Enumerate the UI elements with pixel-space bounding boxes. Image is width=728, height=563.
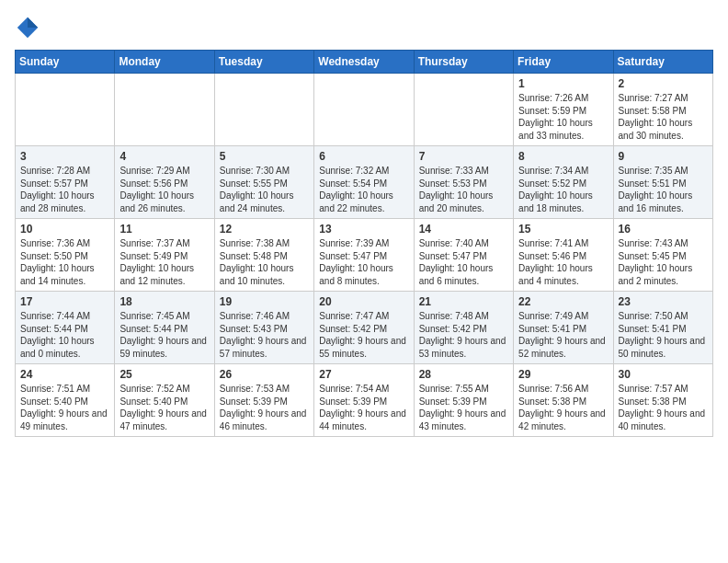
- day-number: 27: [319, 368, 408, 381]
- day-info: Sunrise: 7:54 AM Sunset: 5:39 PM Dayligh…: [319, 383, 408, 432]
- day-of-week-header: Saturday: [613, 51, 712, 74]
- calendar-week-row: 17Sunrise: 7:44 AM Sunset: 5:44 PM Dayli…: [16, 292, 713, 364]
- calendar-cell: 17Sunrise: 7:44 AM Sunset: 5:44 PM Dayli…: [16, 292, 115, 364]
- day-number: 15: [518, 223, 608, 236]
- day-info: Sunrise: 7:43 AM Sunset: 5:45 PM Dayligh…: [619, 237, 708, 287]
- calendar-cell: 15Sunrise: 7:41 AM Sunset: 5:46 PM Dayli…: [514, 219, 613, 292]
- day-number: 26: [220, 368, 309, 381]
- day-info: Sunrise: 7:28 AM Sunset: 5:57 PM Dayligh…: [20, 165, 109, 214]
- day-of-week-header: Friday: [514, 51, 613, 74]
- day-info: Sunrise: 7:32 AM Sunset: 5:54 PM Dayligh…: [319, 165, 408, 214]
- calendar-cell: 29Sunrise: 7:56 AM Sunset: 5:38 PM Dayli…: [514, 364, 613, 437]
- day-of-week-header: Monday: [115, 51, 214, 74]
- day-info: Sunrise: 7:41 AM Sunset: 5:46 PM Dayligh…: [518, 237, 608, 287]
- calendar-cell: 5Sunrise: 7:30 AM Sunset: 5:55 PM Daylig…: [214, 146, 313, 219]
- calendar-cell: 9Sunrise: 7:35 AM Sunset: 5:51 PM Daylig…: [613, 146, 712, 219]
- calendar-cell: 19Sunrise: 7:46 AM Sunset: 5:43 PM Dayli…: [214, 292, 313, 364]
- day-of-week-header: Wednesday: [314, 51, 414, 74]
- day-info: Sunrise: 7:47 AM Sunset: 5:42 PM Dayligh…: [319, 310, 408, 360]
- day-number: 4: [119, 150, 209, 163]
- calendar-week-row: 24Sunrise: 7:51 AM Sunset: 5:40 PM Dayli…: [16, 364, 713, 437]
- day-number: 14: [419, 223, 508, 236]
- calendar-cell: 16Sunrise: 7:43 AM Sunset: 5:45 PM Dayli…: [613, 219, 712, 292]
- day-info: Sunrise: 7:55 AM Sunset: 5:39 PM Dayligh…: [419, 383, 508, 432]
- calendar-table: SundayMondayTuesdayWednesdayThursdayFrid…: [15, 50, 713, 437]
- day-number: 22: [518, 295, 608, 308]
- day-number: 21: [419, 295, 508, 308]
- day-number: 6: [319, 150, 408, 163]
- days-of-week-row: SundayMondayTuesdayWednesdayThursdayFrid…: [16, 51, 713, 74]
- calendar-cell: 13Sunrise: 7:39 AM Sunset: 5:47 PM Dayli…: [314, 219, 414, 292]
- day-info: Sunrise: 7:29 AM Sunset: 5:56 PM Dayligh…: [119, 165, 209, 214]
- day-info: Sunrise: 7:49 AM Sunset: 5:41 PM Dayligh…: [518, 310, 608, 360]
- day-number: 11: [119, 223, 209, 236]
- day-number: 1: [518, 77, 608, 90]
- day-number: 29: [518, 368, 608, 381]
- day-number: 17: [20, 295, 109, 308]
- day-of-week-header: Thursday: [414, 51, 513, 74]
- calendar-cell: 6Sunrise: 7:32 AM Sunset: 5:54 PM Daylig…: [314, 146, 414, 219]
- day-info: Sunrise: 7:48 AM Sunset: 5:42 PM Dayligh…: [419, 310, 508, 360]
- calendar-cell: [214, 74, 313, 146]
- day-number: 28: [419, 368, 508, 381]
- calendar-week-row: 10Sunrise: 7:36 AM Sunset: 5:50 PM Dayli…: [16, 219, 713, 292]
- day-info: Sunrise: 7:57 AM Sunset: 5:38 PM Dayligh…: [619, 383, 708, 432]
- calendar-cell: [314, 74, 414, 146]
- day-number: 25: [119, 368, 209, 381]
- day-number: 16: [619, 223, 708, 236]
- day-number: 20: [319, 295, 408, 308]
- logo-icon: [15, 15, 40, 40]
- calendar-cell: 22Sunrise: 7:49 AM Sunset: 5:41 PM Dayli…: [514, 292, 613, 364]
- calendar-body: 1Sunrise: 7:26 AM Sunset: 5:59 PM Daylig…: [16, 74, 713, 437]
- day-info: Sunrise: 7:26 AM Sunset: 5:59 PM Dayligh…: [518, 92, 608, 142]
- calendar-cell: [414, 74, 513, 146]
- day-number: 7: [419, 150, 508, 163]
- day-number: 10: [20, 223, 109, 236]
- calendar-cell: [115, 74, 214, 146]
- calendar-cell: 8Sunrise: 7:34 AM Sunset: 5:52 PM Daylig…: [514, 146, 613, 219]
- day-number: 8: [518, 150, 608, 163]
- day-info: Sunrise: 7:36 AM Sunset: 5:50 PM Dayligh…: [20, 237, 109, 287]
- day-info: Sunrise: 7:33 AM Sunset: 5:53 PM Dayligh…: [419, 165, 508, 214]
- day-number: 9: [619, 150, 708, 163]
- calendar-cell: 11Sunrise: 7:37 AM Sunset: 5:49 PM Dayli…: [115, 219, 214, 292]
- day-info: Sunrise: 7:53 AM Sunset: 5:39 PM Dayligh…: [220, 383, 309, 432]
- day-number: 18: [119, 295, 209, 308]
- day-info: Sunrise: 7:46 AM Sunset: 5:43 PM Dayligh…: [220, 310, 309, 360]
- calendar-cell: 20Sunrise: 7:47 AM Sunset: 5:42 PM Dayli…: [314, 292, 414, 364]
- day-number: 2: [619, 77, 708, 90]
- day-info: Sunrise: 7:50 AM Sunset: 5:41 PM Dayligh…: [619, 310, 708, 360]
- calendar-week-row: 1Sunrise: 7:26 AM Sunset: 5:59 PM Daylig…: [16, 74, 713, 146]
- calendar-cell: 24Sunrise: 7:51 AM Sunset: 5:40 PM Dayli…: [16, 364, 115, 437]
- day-number: 13: [319, 223, 408, 236]
- calendar-cell: [16, 74, 115, 146]
- calendar-cell: 12Sunrise: 7:38 AM Sunset: 5:48 PM Dayli…: [214, 219, 313, 292]
- calendar-cell: 3Sunrise: 7:28 AM Sunset: 5:57 PM Daylig…: [16, 146, 115, 219]
- calendar-cell: 21Sunrise: 7:48 AM Sunset: 5:42 PM Dayli…: [414, 292, 513, 364]
- day-info: Sunrise: 7:37 AM Sunset: 5:49 PM Dayligh…: [119, 237, 209, 287]
- calendar-cell: 1Sunrise: 7:26 AM Sunset: 5:59 PM Daylig…: [514, 74, 613, 146]
- day-info: Sunrise: 7:35 AM Sunset: 5:51 PM Dayligh…: [619, 165, 708, 214]
- svg-marker-1: [28, 17, 38, 28]
- day-info: Sunrise: 7:30 AM Sunset: 5:55 PM Dayligh…: [220, 165, 309, 214]
- calendar-cell: 7Sunrise: 7:33 AM Sunset: 5:53 PM Daylig…: [414, 146, 513, 219]
- day-number: 3: [20, 150, 109, 163]
- day-number: 5: [220, 150, 309, 163]
- page-header: [15, 15, 713, 40]
- calendar-cell: 2Sunrise: 7:27 AM Sunset: 5:58 PM Daylig…: [613, 74, 712, 146]
- calendar-week-row: 3Sunrise: 7:28 AM Sunset: 5:57 PM Daylig…: [16, 146, 713, 219]
- calendar-header: SundayMondayTuesdayWednesdayThursdayFrid…: [16, 51, 713, 74]
- day-number: 19: [220, 295, 309, 308]
- day-info: Sunrise: 7:27 AM Sunset: 5:58 PM Dayligh…: [619, 92, 708, 142]
- day-number: 30: [619, 368, 708, 381]
- calendar-cell: 28Sunrise: 7:55 AM Sunset: 5:39 PM Dayli…: [414, 364, 513, 437]
- day-of-week-header: Tuesday: [214, 51, 313, 74]
- day-info: Sunrise: 7:51 AM Sunset: 5:40 PM Dayligh…: [20, 383, 109, 432]
- calendar-cell: 23Sunrise: 7:50 AM Sunset: 5:41 PM Dayli…: [613, 292, 712, 364]
- calendar-cell: 25Sunrise: 7:52 AM Sunset: 5:40 PM Dayli…: [115, 364, 214, 437]
- day-info: Sunrise: 7:52 AM Sunset: 5:40 PM Dayligh…: [119, 383, 209, 432]
- day-number: 12: [220, 223, 309, 236]
- calendar-cell: 14Sunrise: 7:40 AM Sunset: 5:47 PM Dayli…: [414, 219, 513, 292]
- day-info: Sunrise: 7:38 AM Sunset: 5:48 PM Dayligh…: [220, 237, 309, 287]
- day-info: Sunrise: 7:56 AM Sunset: 5:38 PM Dayligh…: [518, 383, 608, 432]
